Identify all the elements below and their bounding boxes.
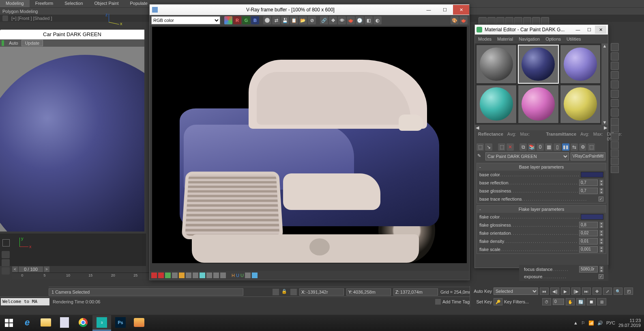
tray-volume-icon[interactable]: 🔊 (597, 320, 603, 326)
menu-modes[interactable]: Modes (478, 37, 492, 41)
material-slot[interactable] (560, 45, 601, 84)
background-icon[interactable] (611, 62, 619, 70)
menu-navigation[interactable]: Navigation (519, 37, 540, 41)
tab-freeform[interactable]: Freeform (30, 0, 59, 7)
material-map-nav-icon[interactable] (611, 118, 619, 126)
coord-z[interactable]: Z:1372,074m (393, 288, 438, 296)
key-mode-select[interactable]: Selected (494, 288, 538, 295)
flake-scale-input[interactable]: 0,001 (579, 246, 598, 253)
goto-start-button[interactable]: ⏮ (540, 288, 549, 295)
vfb-tool-icon[interactable] (200, 273, 205, 278)
select-by-mtl-icon[interactable]: ⬚ (588, 143, 595, 151)
toolbar-icon[interactable] (532, 17, 540, 25)
uv-tiling-icon[interactable] (611, 71, 619, 79)
taskbar-explorer[interactable] (36, 315, 55, 331)
options-icon[interactable]: ⚙ (579, 143, 586, 151)
go-sibling-icon[interactable]: ⇆ (571, 143, 578, 151)
spinner[interactable]: ▲▼ (599, 266, 603, 273)
spinner[interactable]: ▲▼ (599, 246, 603, 253)
mono-icon[interactable] (263, 16, 271, 24)
maxscript-listener[interactable]: Welcome to MA (1, 298, 49, 305)
flake-glossiness-input[interactable]: 0,8 (579, 222, 598, 228)
minimize-button[interactable]: — (572, 26, 584, 34)
maximize-button[interactable]: ☐ (437, 5, 453, 15)
show-map-icon[interactable]: ▦ (545, 143, 552, 151)
vfb-tool-icon[interactable] (172, 273, 178, 278)
tab-object-paint[interactable]: Object Paint (89, 0, 125, 7)
lens-icon[interactable]: ◐ (374, 16, 382, 24)
setkey-button[interactable]: Set Key (472, 299, 492, 304)
menu-options[interactable]: Options (545, 37, 561, 41)
make-preview-icon[interactable] (611, 90, 619, 98)
material-type-button[interactable]: VRayCarPaintMtl (571, 152, 605, 160)
material-name-select[interactable]: Car Paint DARK GREEN (485, 152, 569, 160)
select-icon[interactable] (611, 108, 619, 117)
taskbar-chrome[interactable] (74, 315, 92, 331)
rollout-header[interactable]: -Base layer parameters (477, 163, 606, 171)
display-tab-icon[interactable] (611, 158, 619, 165)
hierarchy-tab-icon[interactable] (611, 141, 619, 149)
render-icon[interactable] (487, 17, 496, 25)
flake-orientation-input[interactable]: 0,02 (579, 230, 598, 236)
flake-density-input[interactable]: 0,01 (579, 238, 598, 244)
slots-hscroll[interactable]: ◀▶ (475, 125, 608, 130)
material-slot[interactable] (476, 85, 517, 124)
me-titlebar[interactable]: Material Editor - Car Paint DARK G... — … (475, 25, 608, 35)
perspective-viewport[interactable]: yx (0, 234, 146, 266)
goto-end-button[interactable]: ⏭ (582, 288, 591, 295)
spinner[interactable]: ▲▼ (599, 180, 603, 186)
taskbar-3dsmax[interactable]: 3 (92, 315, 111, 331)
menu-material[interactable]: Material (497, 37, 513, 41)
vfb-tool-icon[interactable] (179, 273, 185, 278)
base-glossiness-input[interactable]: 0,7 (579, 188, 598, 194)
toolbar-icon[interactable] (496, 17, 504, 25)
tray-icon[interactable]: 📶 (588, 320, 594, 326)
go-parent-icon[interactable]: ▮▮ (562, 143, 569, 151)
green-channel-button[interactable]: G (242, 16, 250, 24)
tab-modeling[interactable]: Modeling (0, 0, 30, 7)
vfb-tool-icon[interactable] (186, 273, 191, 278)
link-icon[interactable]: 🔗 (320, 16, 328, 24)
material-preview-viewport[interactable] (0, 47, 144, 231)
render-last-icon[interactable]: 🫖 (347, 16, 355, 24)
track-icon[interactable]: 👁 (338, 16, 346, 24)
compare-icon[interactable]: ◧ (365, 16, 373, 24)
exposure-checkbox[interactable]: ✓ (599, 274, 603, 279)
delete-icon[interactable]: ✕ (507, 143, 514, 151)
lock-icon[interactable]: 🔒 (281, 289, 288, 295)
key-icon[interactable]: 🔑 (494, 298, 502, 305)
vfb-tool-icon[interactable] (213, 273, 219, 278)
menu-utilities[interactable]: Utilities (567, 37, 581, 41)
time-config-icon[interactable]: ⏱ (542, 298, 551, 305)
save-icon[interactable]: 💾 (281, 16, 289, 24)
put-library-icon[interactable]: 📚 (528, 143, 535, 151)
selection-lock-icon[interactable] (273, 289, 279, 295)
cc-icon[interactable]: 🎨 (451, 16, 459, 24)
sample-type-icon[interactable] (611, 43, 619, 51)
options-icon[interactable] (611, 99, 619, 107)
tray-language[interactable]: РУС (606, 320, 615, 325)
timeline-next-button[interactable]: > (44, 266, 49, 272)
vfb-tool-icon[interactable] (206, 273, 212, 278)
coord-x[interactable]: X:-1391,342r (299, 288, 344, 296)
modify-tab-icon[interactable] (611, 133, 619, 141)
red-channel-button[interactable]: R (233, 16, 241, 24)
stop-icon[interactable] (151, 273, 157, 278)
next-frame-button[interactable]: ∥▶ (571, 288, 580, 295)
get-material-icon[interactable]: ⬚ (477, 143, 484, 151)
teapot-icon[interactable] (2, 15, 8, 21)
backlight-icon[interactable] (611, 52, 619, 61)
vfb-tool-icon[interactable] (252, 273, 258, 278)
base-color-swatch[interactable] (581, 172, 603, 177)
play-button[interactable]: ▶ (561, 288, 570, 295)
base-reflection-input[interactable]: 0,7 (579, 180, 598, 186)
taskbar-paint[interactable] (130, 315, 148, 331)
tray-icon[interactable]: ⚐ (581, 320, 585, 326)
assign-icon[interactable]: ↘ (485, 143, 492, 151)
autokey-button[interactable]: Auto Key (472, 289, 492, 294)
open-icon[interactable]: 📂 (299, 16, 307, 24)
add-time-tag[interactable]: Add Time Tag (435, 299, 470, 305)
slots-vscroll[interactable]: ▲▼ (601, 43, 608, 125)
nav-icon[interactable]: ⤢ (603, 288, 612, 295)
copy-icon[interactable]: 📋 (290, 16, 298, 24)
